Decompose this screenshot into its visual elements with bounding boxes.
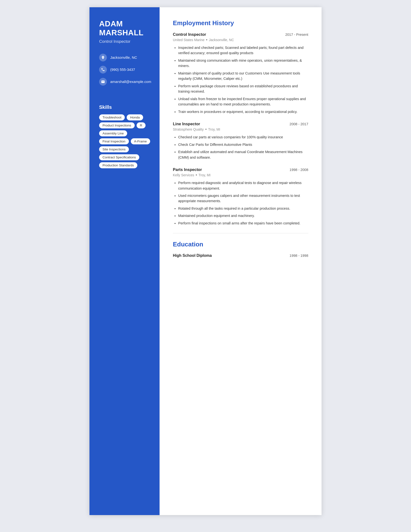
job-location: Troy, MI xyxy=(208,127,220,131)
bullet-item: Train workers in procedures or equipment… xyxy=(178,109,308,114)
bullet-item: Rotated through all the tasks required i… xyxy=(178,206,308,211)
skill-tag: Contract Specifications xyxy=(99,154,139,160)
skill-tag: Production Standards xyxy=(99,162,137,168)
resume-container: ADAM MARSHALL Control Inspector Jacksonv… xyxy=(89,7,322,515)
separator: • xyxy=(206,38,207,42)
contact-list: Jacksonville, NC (990) 555-3437 amarshal… xyxy=(99,54,152,90)
job-location: Troy, MI xyxy=(198,173,211,177)
separator: • xyxy=(205,127,207,132)
job-company: Stratosphere Quality xyxy=(173,127,204,131)
job-dates: 2008 - 2017 xyxy=(290,122,308,126)
skill-tag: Troubleshoot xyxy=(99,114,125,120)
bullet-item: Perform work package closure reviews bas… xyxy=(178,83,308,94)
job-block: Control Inspector2017 - PresentUnited St… xyxy=(173,32,308,114)
bullet-item: Maintain shipment of quality product to … xyxy=(178,71,308,82)
skills-heading: Skills xyxy=(99,104,152,110)
job-header: Parts Inspector1998 - 2008 xyxy=(173,167,308,172)
email-icon xyxy=(99,78,107,86)
job-meta: Kelly Services•Troy, MI xyxy=(173,173,308,177)
job-block: Parts Inspector1998 - 2008Kelly Services… xyxy=(173,167,308,226)
location-icon xyxy=(99,54,107,61)
bullet-item: Unload vials from freezer to be inspecte… xyxy=(178,96,308,107)
job-dates: 1998 - 2008 xyxy=(290,168,308,172)
bullet-item: Maintained production equipment and mach… xyxy=(178,213,308,218)
bullet-item: Check Car Parts for Different Automotive… xyxy=(178,142,308,147)
skill-tag: A-Frame xyxy=(131,138,150,144)
bullet-item: Used micrometers gauges calipers and oth… xyxy=(178,193,308,204)
skill-tag: Honda xyxy=(127,114,143,120)
phone-icon xyxy=(99,66,107,74)
skills-list: TroubleshootHondaProduct InspectionsRAss… xyxy=(99,114,152,168)
job-company: Kelly Services xyxy=(173,173,194,177)
jobs-container: Control Inspector2017 - PresentUnited St… xyxy=(173,32,308,226)
main-content: Employment History Control Inspector2017… xyxy=(159,7,322,515)
job-bullets: Inspected and checked parts; Scanned and… xyxy=(178,45,308,114)
skill-tag: Product Inspections xyxy=(99,122,135,128)
edu-block: High School Diploma1998 - 1998 xyxy=(173,253,308,258)
bullet-item: Establish and utilize automated and manu… xyxy=(178,149,308,160)
skill-tag: Final Inspection xyxy=(99,138,129,144)
job-block: Line Inspector2008 - 2017Stratosphere Qu… xyxy=(173,122,308,160)
education-container: High School Diploma1998 - 1998 xyxy=(173,253,308,258)
contact-email: amarshall@example.com xyxy=(99,78,152,86)
education-section-title: Education xyxy=(173,241,308,248)
job-bullets: Perform required diagnostic and analytic… xyxy=(178,180,308,226)
job-dates: 2017 - Present xyxy=(285,33,308,37)
skill-tag: Assembly Line xyxy=(99,130,127,136)
separator: • xyxy=(196,173,197,177)
job-title: Control Inspector xyxy=(173,32,206,37)
job-meta: United States Marine•Jacksonville, NC xyxy=(173,38,308,42)
job-bullets: Checked car parts at various companies f… xyxy=(178,134,308,160)
candidate-name: ADAM MARSHALL xyxy=(99,19,152,37)
job-header: Line Inspector2008 - 2017 xyxy=(173,122,308,126)
edu-degree: High School Diploma xyxy=(173,253,212,258)
skills-section: Skills TroubleshootHondaProduct Inspecti… xyxy=(99,104,152,168)
candidate-title: Control Inspector xyxy=(99,39,152,44)
section-divider xyxy=(173,233,308,233)
bullet-item: Checked car parts at various companies f… xyxy=(178,134,308,140)
job-title: Parts Inspector xyxy=(173,167,202,172)
job-location: Jacksonville, NC xyxy=(209,38,234,42)
contact-location: Jacksonville, NC xyxy=(99,54,152,61)
bullet-item: Perform final inspections on small arms … xyxy=(178,220,308,226)
sidebar: ADAM MARSHALL Control Inspector Jacksonv… xyxy=(89,7,159,515)
bullet-item: Perform required diagnostic and analytic… xyxy=(178,180,308,191)
job-company: United States Marine xyxy=(173,38,205,42)
bullet-item: Inspected and checked parts; Scanned and… xyxy=(178,45,308,56)
employment-section-title: Employment History xyxy=(173,19,308,27)
job-title: Line Inspector xyxy=(173,122,200,126)
edu-dates: 1998 - 1998 xyxy=(290,254,308,257)
skill-tag: Site Inspections xyxy=(99,146,129,152)
skill-tag: R xyxy=(137,122,146,128)
bullet-item: Maintained strong communication with min… xyxy=(178,58,308,69)
job-header: Control Inspector2017 - Present xyxy=(173,32,308,37)
job-meta: Stratosphere Quality•Troy, MI xyxy=(173,127,308,132)
contact-phone: (990) 555-3437 xyxy=(99,66,152,74)
